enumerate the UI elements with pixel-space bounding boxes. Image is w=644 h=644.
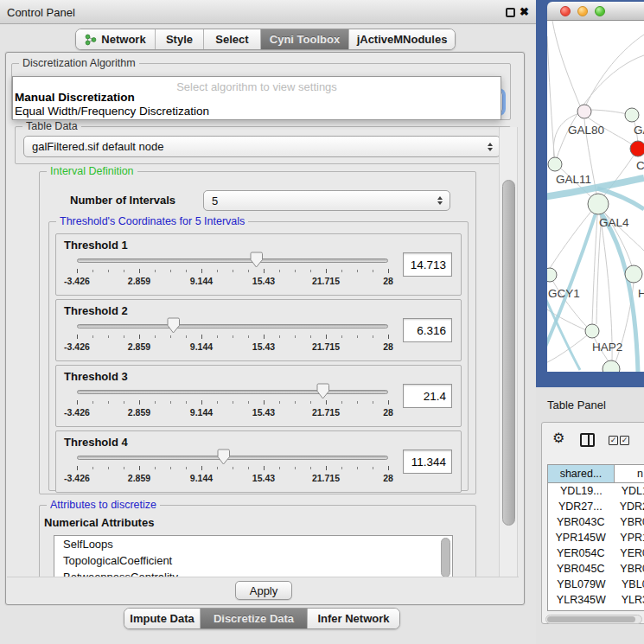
cell[interactable]: YLR345W	[548, 592, 615, 608]
slider-tick-mark	[357, 401, 358, 404]
tab-cyni-toolbox[interactable]: Cyni Toolbox	[261, 29, 349, 49]
cell[interactable]: YPR1	[613, 530, 644, 545]
slider-tick-mark	[310, 401, 311, 404]
threshold-2-value-field[interactable]: 6.316	[403, 318, 452, 342]
table-row[interactable]: YER054CYER0	[548, 545, 644, 561]
cell[interactable]: YBR0	[613, 561, 644, 577]
gear-icon[interactable]	[552, 430, 564, 446]
threshold-1-value-field[interactable]: 14.713	[403, 252, 452, 277]
table-row[interactable]: YPR145WYPR1	[548, 530, 644, 545]
list-item[interactable]: BetweennessCentrality	[54, 569, 452, 577]
cell[interactable]: YPR145W	[548, 530, 613, 545]
network-edge[interactable]	[596, 214, 602, 324]
cell[interactable]: YBL079W	[548, 577, 615, 592]
slider-tick-mark	[124, 270, 124, 272]
cell[interactable]: YBR0	[613, 514, 644, 530]
float-window-icon[interactable]	[506, 8, 515, 17]
table-row[interactable]: YBR043CYBR0	[548, 514, 644, 530]
slider-tick-label: 2.859	[112, 473, 167, 483]
tab-jactivemnodules[interactable]: jActiveMNodules	[349, 29, 455, 49]
table-row[interactable]: YBR045CYBR0	[548, 561, 644, 577]
table-row[interactable]: YBL079WYBL0	[548, 577, 644, 592]
threshold-1-slider-thumb[interactable]	[250, 252, 263, 268]
list-item[interactable]: TopologicalCoefficient	[54, 552, 452, 569]
zoom-window-button[interactable]	[595, 6, 605, 16]
column-header-name[interactable]: n	[615, 468, 644, 480]
table-row[interactable]: YLR345WYLR3	[548, 592, 644, 608]
numerical-attributes-list[interactable]: SelfLoops TopologicalCoefficient Between…	[54, 535, 453, 577]
network-edge[interactable]	[583, 35, 644, 112]
cell[interactable]: YLR3	[615, 592, 644, 608]
network-edge[interactable]	[547, 335, 587, 365]
threshold-4-slider-track[interactable]	[77, 456, 388, 460]
tab-select[interactable]: Select	[204, 29, 261, 49]
threshold-4-value-field[interactable]: 11.344	[403, 450, 452, 474]
threshold-4-slider-thumb[interactable]	[217, 449, 230, 465]
cell[interactable]: YBR043C	[548, 514, 613, 530]
threshold-2-slider-thumb[interactable]	[167, 317, 180, 334]
table-row[interactable]: YIL052CYIL0	[548, 608, 644, 611]
slider-tick-label: 21.715	[298, 276, 354, 286]
cell[interactable]: YBL0	[615, 577, 644, 592]
cell[interactable]: YDR27...	[548, 499, 613, 514]
threshold-3-value-field[interactable]: 21.4	[403, 384, 452, 408]
close-window-button[interactable]	[560, 6, 571, 16]
cell[interactable]: YER0	[613, 545, 644, 561]
network-node[interactable]	[630, 141, 644, 156]
slider-tick-mark	[295, 401, 296, 404]
table-data-combo[interactable]: galFiltered.sif default node	[23, 136, 501, 157]
tab-style[interactable]: Style	[156, 29, 204, 49]
threshold-2-slider-track[interactable]	[77, 324, 388, 328]
cell[interactable]: YDL1	[615, 483, 644, 499]
tab-network[interactable]: Network	[76, 29, 156, 49]
table-hscrollbar-thumb[interactable]	[547, 616, 635, 622]
table-hscrollbar[interactable]	[545, 615, 642, 624]
list-scrollbar-thumb[interactable]	[441, 538, 450, 577]
threshold-3-slider-track[interactable]	[77, 390, 388, 394]
popup-option-equal-width-frequency[interactable]: Equal Width/Frequency Discretization	[15, 105, 209, 118]
tab-infer-network[interactable]: Infer Network	[308, 609, 399, 628]
slider-tick-mark	[341, 270, 342, 272]
table-row[interactable]: YDR27...YDR2	[548, 499, 644, 514]
select-columns-checkbox-icon-2[interactable]	[620, 436, 629, 445]
network-edge[interactable]	[552, 21, 583, 112]
cell[interactable]: YDL19...	[548, 483, 615, 499]
network-edge[interactable]	[589, 110, 627, 114]
cell[interactable]: YDR2	[613, 499, 644, 514]
popup-option-manual-discretization[interactable]: Manual Discretization	[15, 91, 135, 104]
network-node[interactable]	[548, 157, 562, 171]
cell[interactable]: YBR045C	[548, 561, 613, 577]
network-edge[interactable]	[549, 203, 598, 270]
list-item[interactable]: SelfLoops	[54, 536, 452, 552]
network-node[interactable]	[588, 194, 609, 214]
panel-scrollbar-thumb[interactable]	[502, 180, 515, 526]
network-node[interactable]	[547, 268, 557, 282]
slider-tick-mark	[77, 400, 78, 405]
threshold-3-slider-thumb[interactable]	[316, 383, 329, 399]
minimize-window-button[interactable]	[577, 6, 588, 16]
panel-scrollbar[interactable]	[499, 127, 518, 577]
node-label: C	[636, 159, 644, 172]
cell[interactable]: YIL0	[615, 608, 644, 611]
select-columns-checkbox-icon[interactable]	[609, 436, 618, 445]
close-icon[interactable]	[520, 5, 532, 19]
table-row[interactable]: YDL19...YDL1	[548, 483, 644, 499]
network-edge[interactable]	[547, 36, 555, 163]
column-view-icon[interactable]	[580, 433, 595, 447]
cell[interactable]: YIL052C	[548, 608, 615, 611]
network-node[interactable]	[603, 360, 620, 372]
tab-impute-data[interactable]: Impute Data	[124, 609, 201, 628]
tab-discretize-data[interactable]: Discretize Data	[201, 609, 308, 628]
slider-tick-mark	[326, 466, 327, 470]
column-header-shared-name[interactable]: shared...	[548, 465, 615, 482]
number-of-intervals-combo[interactable]: 5	[203, 190, 450, 211]
cell[interactable]: YER054C	[548, 545, 613, 561]
slider-tick-mark	[170, 335, 171, 338]
apply-button[interactable]: Apply	[235, 581, 292, 600]
network-canvas[interactable]: GAL80GACGAL11GAL4HGCY1HAP2	[547, 21, 644, 372]
network-node[interactable]	[625, 265, 642, 283]
network-node[interactable]	[577, 105, 591, 118]
threshold-1-slider-track[interactable]	[77, 258, 388, 263]
network-node[interactable]	[585, 324, 599, 338]
network-node[interactable]	[625, 108, 639, 122]
